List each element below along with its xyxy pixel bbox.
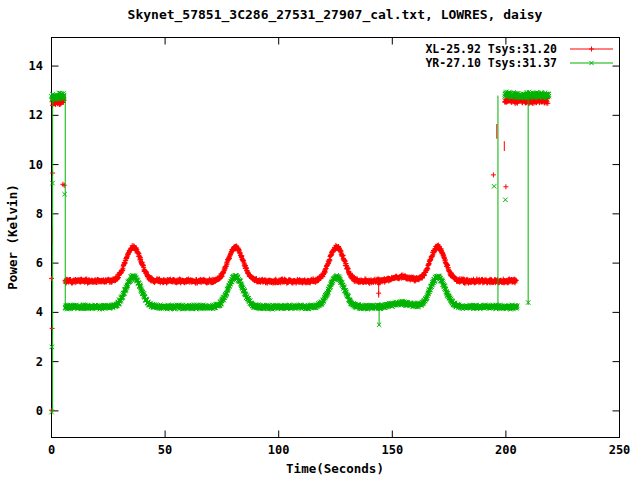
legend: XL-25.92 Tsys:31.20 YR-27.10 Tsys:31.37	[425, 42, 613, 70]
x-tick-label: 150	[381, 443, 403, 457]
legend-label-xl: XL-25.92 Tsys:31.20	[425, 42, 557, 56]
x-tick-label: 50	[158, 443, 172, 457]
x-tick-label: 250	[609, 443, 631, 457]
power-vs-time-chart: Skynet_57851_3C286_27531_27907_cal.txt, …	[0, 0, 640, 480]
x-axis-label: Time(Seconds)	[286, 461, 384, 476]
series-xl	[49, 95, 550, 413]
y-tick-label: 8	[36, 207, 43, 221]
series-markers-yr	[49, 90, 551, 415]
legend-label-yr: YR-27.10 Tsys:31.37	[425, 56, 557, 70]
series-yr	[49, 90, 551, 415]
y-tick-label: 10	[29, 158, 43, 172]
chart-title: Skynet_57851_3C286_27531_27907_cal.txt, …	[128, 7, 543, 23]
y-axis-label: Power (Kelvin)	[5, 184, 20, 289]
y-tick-label: 2	[36, 355, 43, 369]
gnuplot-window: Skynet_57851_3C286_27531_27907_cal.txt, …	[0, 0, 640, 480]
y-tick-label: 14	[29, 59, 43, 73]
y-tick-label: 12	[29, 108, 43, 122]
x-tick-label: 0	[48, 443, 55, 457]
x-tick-label: 100	[268, 443, 290, 457]
y-tick-label: 4	[36, 305, 43, 319]
legend-sample-marker-xl	[589, 47, 594, 52]
data-series	[49, 90, 551, 415]
series-markers-xl	[49, 95, 550, 413]
y-tick-label: 6	[36, 256, 43, 270]
legend-marker-samples	[570, 47, 613, 66]
x-tick-label: 200	[495, 443, 517, 457]
y-tick-label: 0	[36, 404, 43, 418]
